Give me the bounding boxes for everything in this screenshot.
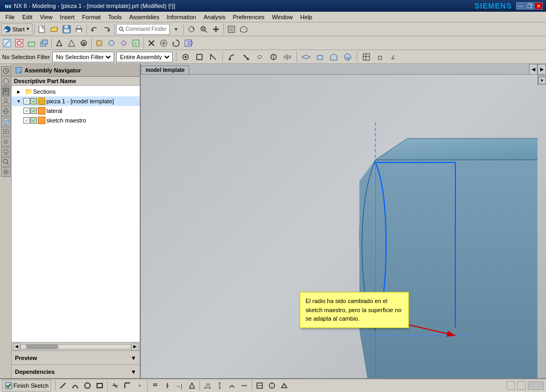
tree-row-sections[interactable]: ▶ 📁 Sections [12,87,140,96]
lateral-check2[interactable]: ✓ [30,108,37,114]
sketch-fillet-btn[interactable] [122,380,133,391]
menu-help[interactable]: Help [297,13,316,21]
tree-scrollbar[interactable]: ◀ ▶ [12,342,140,350]
lateral-check1[interactable]: ✓ [23,108,30,114]
app-minimize-button[interactable]: ─ [516,2,525,10]
selection-filter-select[interactable]: No Selection Filter [54,53,113,61]
menu-format[interactable]: Format [79,13,104,21]
sel-btn2[interactable] [194,51,205,63]
tree-row-lateral[interactable]: ✓ ✓ lateral [12,106,140,116]
menu-window[interactable]: Window [269,13,296,21]
resource-tool2-btn[interactable] [1,137,11,146]
menu-edit[interactable]: Edit [19,13,36,21]
vp-nav-left-btn[interactable]: ◀ [529,64,537,75]
tb-extra4[interactable]: + [130,37,142,49]
redo-button[interactable] [101,23,113,35]
orient-btn3[interactable] [328,51,340,63]
assembly-scope-dropdown[interactable]: Entire Assembly [116,52,173,62]
sketch-check1[interactable]: ✓ [23,117,30,124]
sketch-trim-btn[interactable] [109,380,121,391]
menu-insert[interactable]: Insert [57,13,78,21]
resource-gear-btn[interactable] [1,167,11,177]
resource-web-btn[interactable] [1,107,11,116]
edge-btn[interactable] [53,37,65,49]
menu-assemblies[interactable]: Assemblies [126,13,162,21]
rotate-button[interactable] [186,23,197,35]
app-close-button[interactable]: ✕ [534,2,543,10]
resource-movie-btn[interactable] [1,127,11,136]
tb-extra1[interactable] [93,37,105,49]
print-button[interactable] [73,23,85,35]
snap-btn3[interactable] [254,51,266,63]
resource-nav-btn[interactable] [1,86,11,96]
tb-extra3[interactable] [118,37,130,49]
tb-extra7[interactable] [170,37,182,49]
hscroll-thumb[interactable] [26,345,58,349]
tb-extra5[interactable] [146,37,157,49]
start-button[interactable]: ▶ Start ▼ [1,23,33,35]
extra-bot2[interactable] [266,380,278,391]
dim-btn3[interactable] [226,380,238,391]
sketch-circle-btn[interactable] [82,380,93,391]
sketch-check2[interactable]: ✓ [30,117,37,124]
tree-row-sketch-maestro[interactable]: ✓ ✓ sketch maestro [12,116,140,125]
menu-analysis[interactable]: Analysis [200,13,229,21]
sel-btn1[interactable] [180,51,191,63]
misc-btn3[interactable]: ∠ [388,51,400,63]
sketch-point-btn[interactable] [134,380,146,391]
snap-btn2[interactable] [240,51,252,63]
command-finder-input[interactable]: Command Finder [116,24,170,35]
sel-btn3[interactable] [207,51,219,63]
resource-system-btn[interactable] [1,147,11,157]
finish-sketch-button[interactable]: Finish Sketch [2,380,51,391]
sketch-btn4[interactable] [38,37,50,49]
view-orient-button[interactable] [238,23,250,35]
sketch-line-btn[interactable] [57,380,69,391]
resource-palette-btn[interactable] [1,117,11,126]
vp-nav-right-btn[interactable]: ▶ [537,64,546,75]
resource-history-btn[interactable] [1,66,11,76]
save-button[interactable] [61,23,73,35]
constraint-btn1[interactable] [149,380,161,391]
chamfer-btn[interactable] [66,37,77,49]
dim-btn2[interactable] [214,380,226,391]
resource-roles-btn[interactable] [1,96,11,106]
pan-button[interactable] [210,23,222,35]
misc-btn1[interactable] [360,51,372,63]
app-restore-button[interactable]: ❐ [525,2,534,10]
extra-bot1[interactable] [254,380,266,391]
constraint-btn2[interactable] [162,380,173,391]
dim-btn4[interactable] [238,380,250,391]
tree-row-pieza1[interactable]: ▼ ✓ ✓ pieza 1 - [model template] [12,96,140,106]
orient-btn2[interactable] [314,51,326,63]
constraint-btn3[interactable]: →| [174,380,186,391]
pieza1-check1[interactable]: ✓ [23,98,30,104]
cf-dropdown-button[interactable]: ▼ [170,23,182,35]
menu-view[interactable]: View [37,13,56,21]
orient-btn4[interactable]: xy [342,51,354,63]
resource-find-btn[interactable] [1,157,11,167]
open-button[interactable] [49,23,60,35]
assembly-scope-select[interactable]: Entire Assembly [118,53,171,61]
hscroll-right-btn[interactable]: ▶ [131,343,139,350]
tb-extra8[interactable]: 3D [182,37,194,49]
hscroll-left-btn[interactable]: ◀ [13,343,20,350]
misc-btn2[interactable]: ⊡ [374,51,386,63]
sketch-btn3[interactable] [26,37,37,49]
pieza1-check2[interactable]: ✓ [30,98,37,104]
orient-btn1[interactable] [300,51,312,63]
constraint-btn4[interactable] [186,380,198,391]
hscroll-track[interactable] [20,344,131,349]
undo-button[interactable] [89,23,100,35]
zoom-button[interactable] [198,23,210,35]
hole-btn[interactable] [78,37,90,49]
menu-tools[interactable]: Tools [105,13,125,21]
tb-extra6[interactable] [158,37,170,49]
menu-file[interactable]: File [2,13,18,21]
extra-bot3[interactable] [278,380,290,391]
sketch-btn1[interactable] [1,37,13,49]
snap-btn1[interactable] [226,51,238,63]
snap-btn5[interactable] [282,51,293,63]
sketch-arc-btn[interactable] [69,380,81,391]
tb-extra2[interactable] [106,37,117,49]
